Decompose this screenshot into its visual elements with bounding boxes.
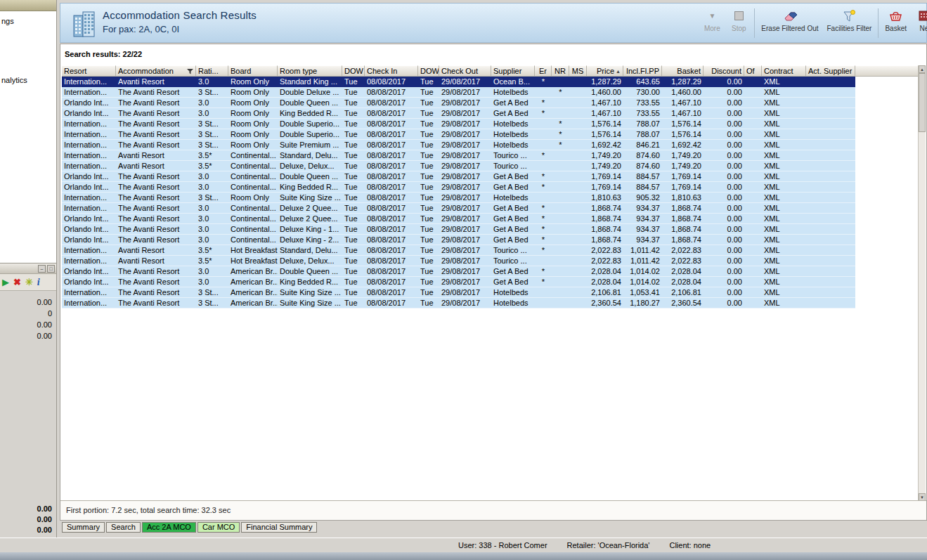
- cell-dow_in: Tue: [342, 193, 365, 202]
- column-header-act_supplier[interactable]: Act. Supplier: [806, 65, 855, 77]
- tab-search[interactable]: Search: [106, 522, 141, 533]
- cell-dow_in: Tue: [342, 77, 365, 86]
- cell-check_in: 08/08/2017: [365, 119, 418, 129]
- table-row[interactable]: Internation...The Avanti Resort3 St...Ro…: [62, 119, 855, 129]
- column-header-ms[interactable]: MS: [569, 65, 587, 77]
- table-row[interactable]: Internation...The Avanti Resort3.0Contin…: [62, 203, 855, 214]
- column-header-board[interactable]: Board: [228, 65, 278, 77]
- table-row[interactable]: Orlando Int...The Avanti Resort3.0Contin…: [62, 214, 855, 224]
- sidebar-collapsed-titlebar[interactable]: [0, 0, 56, 11]
- cell-rating: 3.0: [196, 77, 228, 86]
- cell-dow_out: Tue: [418, 77, 439, 86]
- table-row[interactable]: Internation...The Avanti Resort3 St...Am…: [62, 298, 855, 308]
- basket-button[interactable]: Basket: [881, 7, 911, 32]
- facilities-filter-button[interactable]: Facilities Filter: [823, 7, 876, 32]
- column-header-check_out[interactable]: Check Out: [439, 65, 491, 77]
- stop-button[interactable]: Stop: [725, 7, 752, 32]
- erase-filtered-out-button[interactable]: Erase Filtered Out: [757, 7, 822, 32]
- cell-price: 2,360.54: [587, 298, 623, 308]
- table-row[interactable]: Internation...Avanti Resort3.5*Hot Break…: [62, 256, 855, 266]
- info-icon[interactable]: i: [37, 278, 40, 287]
- column-header-accommodation[interactable]: Accommodation: [116, 65, 196, 77]
- filter-funnel-icon[interactable]: [187, 68, 193, 74]
- tab-financial-summary[interactable]: Financial Summary: [241, 522, 317, 533]
- tab-summary[interactable]: Summary: [62, 522, 105, 533]
- column-header-contract[interactable]: Contract: [762, 65, 806, 77]
- table-row[interactable]: Orlando Int...The Avanti Resort3.0Contin…: [62, 224, 855, 235]
- tab-acc-2a-mco[interactable]: Acc 2A MCO: [142, 522, 196, 533]
- clear-icon[interactable]: ✖: [13, 278, 21, 287]
- cell-discount: 0.00: [704, 171, 744, 181]
- table-row[interactable]: Orlando Int...The Avanti Resort3.0Room O…: [62, 108, 855, 119]
- panel-total: 0.00: [0, 525, 52, 535]
- table-row[interactable]: Internation...The Avanti Resort3 St...Ro…: [62, 87, 855, 98]
- column-header-discount[interactable]: Discount: [704, 65, 744, 77]
- cell-basket: 2,028.04: [662, 277, 704, 287]
- column-header-price[interactable]: Price▲: [587, 65, 623, 77]
- cell-discount: 0.00: [704, 140, 744, 150]
- go-icon[interactable]: ▶: [2, 278, 9, 287]
- cell-resort: Orlando Int...: [62, 98, 116, 108]
- column-header-dow_out[interactable]: DOW: [418, 65, 439, 77]
- column-header-dow_in[interactable]: DOW: [342, 65, 365, 77]
- panel-value: 0: [0, 308, 52, 319]
- cell-dow_in: Tue: [342, 119, 365, 129]
- cell-of: [744, 235, 762, 245]
- sidebar-item-bookings[interactable]: ngs: [1, 17, 14, 25]
- cell-price: 1,749.20: [587, 161, 623, 171]
- more-button[interactable]: ▼ More: [699, 7, 725, 32]
- panel-minimize-button[interactable]: –: [38, 265, 46, 273]
- column-header-check_in[interactable]: Check In: [365, 65, 418, 77]
- sidebar-item-analytics[interactable]: nalytics: [1, 76, 27, 84]
- vertical-scrollbar[interactable]: ▲ ▼: [918, 65, 926, 501]
- scroll-thumb[interactable]: [919, 73, 926, 132]
- cell-act_supplier: [806, 298, 855, 308]
- table-row[interactable]: Orlando Int...The Avanti Resort3.0Contin…: [62, 182, 855, 193]
- table-row[interactable]: Internation...Avanti Resort3.0Room OnlyS…: [62, 77, 855, 87]
- new-button[interactable]: Ne: [911, 7, 927, 32]
- column-header-resort[interactable]: Resort: [62, 65, 116, 77]
- cell-of: [744, 108, 762, 118]
- table-row[interactable]: Internation...The Avanti Resort3 St...Am…: [62, 287, 855, 298]
- refresh-icon[interactable]: ✳: [25, 278, 33, 287]
- table-row[interactable]: Internation...Avanti Resort3.5*Hot Break…: [62, 245, 855, 256]
- cell-er: [535, 161, 552, 171]
- cell-discount: 0.00: [704, 193, 744, 202]
- column-header-incl_fl_pp[interactable]: Incl.Fl.PP: [623, 65, 662, 77]
- column-header-supplier[interactable]: Supplier: [491, 65, 535, 77]
- scroll-up-button[interactable]: ▲: [919, 65, 926, 73]
- panel-maximize-button[interactable]: □: [47, 265, 55, 273]
- panel-totals: 0.00 0.00 0.00: [0, 504, 56, 535]
- cell-dow_in: Tue: [342, 98, 365, 108]
- table-row[interactable]: Internation...The Avanti Resort3 St...Ro…: [62, 129, 855, 140]
- column-header-of[interactable]: Of: [744, 65, 762, 77]
- column-header-nr[interactable]: NR: [552, 65, 569, 77]
- tab-car-mco[interactable]: Car MCO: [197, 522, 240, 533]
- cell-price: 1,576.14: [587, 129, 623, 139]
- cell-accommodation: The Avanti Resort: [116, 203, 196, 213]
- table-row[interactable]: Orlando Int...The Avanti Resort3.0Contin…: [62, 171, 855, 182]
- cell-basket: 1,868.74: [662, 203, 704, 213]
- table-row[interactable]: Internation...Avanti Resort3.5*Continent…: [62, 161, 855, 171]
- column-header-room_type[interactable]: Room type: [278, 65, 342, 77]
- table-row[interactable]: Orlando Int...The Avanti Resort3.0Americ…: [62, 266, 855, 277]
- cell-dow_in: Tue: [342, 287, 365, 297]
- column-header-er[interactable]: Er: [535, 65, 552, 77]
- column-header-basket[interactable]: Basket: [662, 65, 704, 77]
- cell-dow_out: Tue: [418, 129, 439, 139]
- cell-check_in: 08/08/2017: [365, 98, 418, 108]
- table-row[interactable]: Internation...The Avanti Resort3 St...Ro…: [62, 193, 855, 203]
- table-row[interactable]: Orlando Int...The Avanti Resort3.0Room O…: [62, 98, 855, 108]
- cell-accommodation: The Avanti Resort: [116, 277, 196, 287]
- cell-check_out: 29/08/2017: [439, 224, 491, 234]
- cell-discount: 0.00: [704, 77, 744, 86]
- table-row[interactable]: Orlando Int...The Avanti Resort3.0Americ…: [62, 277, 855, 287]
- cell-ms: [569, 87, 587, 97]
- table-row[interactable]: Orlando Int...The Avanti Resort3.0Contin…: [62, 235, 855, 245]
- cell-nr: *: [552, 87, 569, 97]
- column-header-label: Check Out: [441, 67, 478, 75]
- table-row[interactable]: Internation...The Avanti Resort3 St...Ro…: [62, 140, 855, 150]
- cell-ms: [569, 235, 587, 245]
- column-header-rating[interactable]: Rati...: [196, 65, 228, 77]
- table-row[interactable]: Internation...Avanti Resort3.5*Continent…: [62, 150, 855, 161]
